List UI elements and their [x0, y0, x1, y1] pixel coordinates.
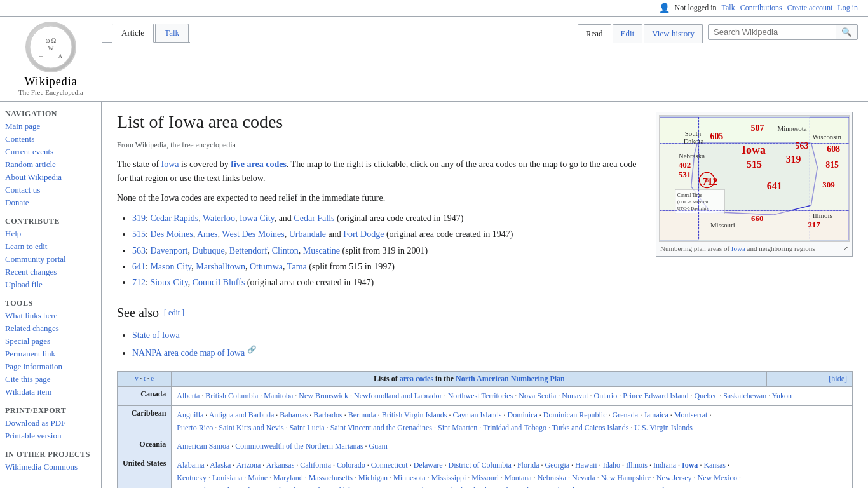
sidebar-item-main-page[interactable]: Main page [0, 120, 101, 133]
logo-title: Wikipedia [24, 75, 77, 88]
sidebar-item-what-links-here[interactable]: What links here [0, 309, 101, 322]
logo-area: ω Ω W 中 A Wikipedia The Free Encyclopedi… [0, 17, 102, 101]
navbox-group-oceania: Oceania [118, 437, 172, 456]
list-item: State of Iowa [132, 327, 853, 343]
sidebar-item-page-information[interactable]: Page information [0, 360, 101, 373]
iowa-link[interactable]: Iowa [161, 159, 179, 169]
action-read[interactable]: Read [578, 24, 611, 43]
svg-text:中: 中 [39, 53, 44, 59]
create-account-link[interactable]: Create account [787, 3, 833, 13]
list-item: 712: Sioux City, Council Bluffs (origina… [132, 274, 853, 290]
svg-text:Wisconsin: Wisconsin [812, 133, 841, 140]
see-also-list: State of Iowa NANPA area code map of Iow… [132, 327, 853, 361]
navbox-group-us: United States [118, 456, 172, 488]
sidebar-item-random-article[interactable]: Random article [0, 158, 101, 171]
sidebar-item-help[interactable]: Help [0, 227, 101, 240]
infobox: 507 Minnesota Wisconsin South Dakota 605… [656, 112, 853, 257]
navbox-vte: v · t · e [118, 372, 172, 387]
sidebar-other-projects-heading: In other projects [0, 447, 101, 461]
svg-text:660: 660 [751, 214, 763, 223]
navbox-us-list: Alabama · Alaska · Arizona · Arkansas · … [172, 456, 853, 488]
svg-text:515: 515 [747, 159, 762, 170]
sidebar-item-download-pdf[interactable]: Download as PDF [0, 417, 101, 430]
svg-text:641: 641 [767, 180, 782, 191]
sidebar-item-cite-this-page[interactable]: Cite this page [0, 373, 101, 386]
sidebar-navigation: Navigation Main page Contents Current ev… [0, 107, 101, 209]
log-in-link[interactable]: Log in [837, 3, 858, 13]
svg-text:319: 319 [786, 154, 801, 165]
sidebar: Navigation Main page Contents Current ev… [0, 102, 102, 488]
svg-text:A: A [58, 53, 62, 59]
svg-text:605: 605 [710, 132, 723, 141]
talk-link[interactable]: Talk [722, 3, 735, 13]
iowa-map-svg: 507 Minnesota Wisconsin South Dakota 605… [660, 116, 849, 241]
sidebar-item-learn-to-edit[interactable]: Learn to edit [0, 240, 101, 253]
main: Navigation Main page Contents Current ev… [0, 102, 868, 488]
navbox-caribbean-list: Anguilla · Antigua and Barbuda · Bahamas… [172, 405, 853, 437]
sidebar-item-about-wikipedia[interactable]: About Wikipedia [0, 171, 101, 184]
area-codes-link[interactable]: five area codes [231, 159, 287, 169]
list-item: NANPA area code map of Iowa 🔗 [132, 343, 853, 361]
user-icon: 👤 [659, 3, 670, 13]
search-input[interactable] [709, 25, 836, 39]
navbox-group-caribbean: Caribbean [118, 405, 172, 437]
sidebar-contribute: Contribute Help Learn to edit Community … [0, 214, 101, 291]
svg-text:Iowa: Iowa [742, 144, 766, 156]
svg-text:507: 507 [751, 123, 764, 133]
svg-text:402: 402 [679, 160, 691, 170]
wikipedia-logo: ω Ω W 中 A [25, 22, 76, 72]
svg-text:608: 608 [827, 144, 840, 154]
navbox-area-codes: v · t · e Lists of area codes in the Nor… [117, 371, 853, 488]
infobox-expand-icon[interactable]: ⤢ [843, 245, 848, 252]
navbox-t-link[interactable]: t [144, 374, 146, 382]
sidebar-tools: Tools What links here Related changes Sp… [0, 296, 101, 398]
sidebar-item-donate[interactable]: Donate [0, 196, 101, 209]
contributions-link[interactable]: Contributions [740, 3, 782, 13]
sidebar-item-wikimedia-commons[interactable]: Wikimedia Commons [0, 461, 101, 473]
sidebar-item-contact-us[interactable]: Contact us [0, 184, 101, 196]
navbox-canada-list: Alberta · British Columbia · Manitoba · … [172, 387, 853, 405]
navbox-hide[interactable]: [hide] [767, 372, 853, 387]
sidebar-nav-heading: Navigation [0, 107, 101, 120]
sidebar-item-upload-file[interactable]: Upload file [0, 278, 101, 291]
navbox-v-link[interactable]: v [135, 374, 139, 382]
top-bar: 👤 Not logged in Talk Contributions Creat… [0, 0, 868, 17]
action-edit[interactable]: Edit [613, 24, 643, 43]
sidebar-item-contents[interactable]: Contents [0, 133, 101, 146]
tab-article[interactable]: Article [112, 24, 154, 43]
sidebar-other-projects: In other projects Wikimedia Commons [0, 447, 101, 473]
sidebar-item-special-pages[interactable]: Special pages [0, 335, 101, 348]
sidebar-item-recent-changes[interactable]: Recent changes [0, 266, 101, 278]
sidebar-item-related-changes[interactable]: Related changes [0, 322, 101, 335]
sidebar-item-community-portal[interactable]: Community portal [0, 253, 101, 266]
svg-text:531: 531 [679, 170, 691, 179]
sidebar-item-permanent-link[interactable]: Permanent link [0, 348, 101, 360]
search-box: 🔍 [708, 24, 858, 40]
svg-text:815: 815 [825, 160, 839, 170]
svg-text:309: 309 [822, 180, 834, 189]
svg-text:(UTC-6 Standard: (UTC-6 Standard [677, 200, 709, 205]
sidebar-print: Print/export Download as PDF Printable v… [0, 403, 101, 442]
list-item: 641: Mason City, Marshalltown, Ottumwa, … [132, 259, 853, 274]
sidebar-print-heading: Print/export [0, 403, 101, 417]
sidebar-contribute-heading: Contribute [0, 214, 101, 227]
sidebar-tools-heading: Tools [0, 296, 101, 309]
see-also-edit[interactable]: [ edit ] [164, 308, 184, 318]
header: ω Ω W 中 A Wikipedia The Free Encyclopedi… [0, 17, 868, 102]
nanpa-link[interactable]: NANPA area code map of Iowa [132, 348, 245, 358]
navbox-group-canada: Canada [118, 387, 172, 405]
svg-text:Minnesota: Minnesota [778, 125, 807, 132]
svg-text:Missouri: Missouri [710, 221, 735, 229]
see-also-heading: See also [ edit ] [117, 306, 853, 322]
svg-text:Nebraska: Nebraska [679, 152, 705, 159]
sidebar-item-wikidata-item[interactable]: Wikidata item [0, 386, 101, 398]
state-of-iowa-link[interactable]: State of Iowa [132, 330, 180, 340]
search-button[interactable]: 🔍 [836, 25, 857, 39]
tab-talk[interactable]: Talk [155, 24, 189, 42]
navbox-e-link[interactable]: e [151, 374, 154, 382]
svg-text:ω Ω: ω Ω [46, 37, 57, 44]
sidebar-item-current-events[interactable]: Current events [0, 146, 101, 158]
nav-tabs-area: Article Talk Read Edit View history 🔍 [102, 17, 868, 101]
action-view-history[interactable]: View history [644, 24, 703, 43]
sidebar-item-printable-version[interactable]: Printable version [0, 430, 101, 442]
